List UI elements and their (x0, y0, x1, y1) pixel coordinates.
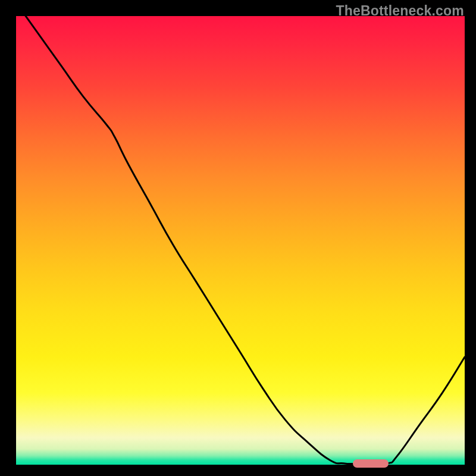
chart-stage: TheBottleneck.com (0, 0, 476, 476)
plot-area (16, 16, 465, 465)
curve-svg (16, 16, 465, 465)
optimal-range-marker (353, 459, 389, 468)
bottleneck-curve-path (16, 2, 465, 464)
